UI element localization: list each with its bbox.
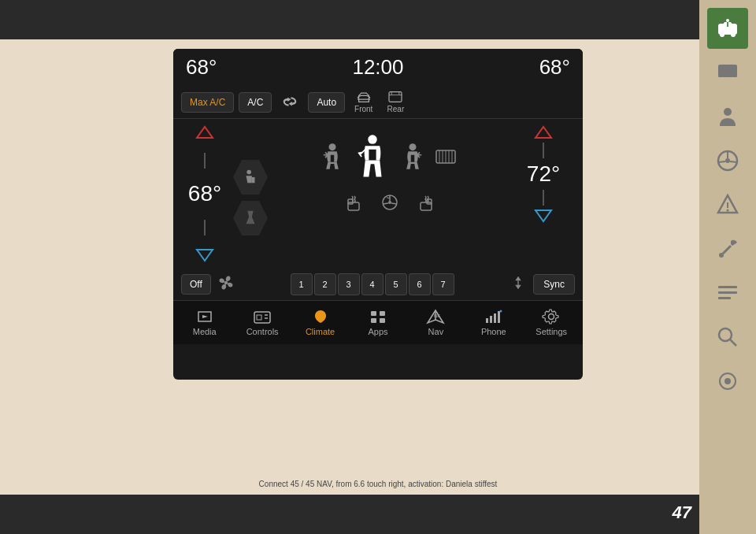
nav-apps[interactable]: Apps <box>350 306 406 339</box>
svg-rect-24 <box>389 92 402 102</box>
bottom-nav: Media Controls Climate <box>173 300 583 344</box>
fan-off-button[interactable]: Off <box>181 274 211 295</box>
svg-rect-58 <box>486 318 488 323</box>
svg-point-30 <box>368 135 377 144</box>
svg-line-43 <box>383 203 388 204</box>
nav-navigation[interactable]: NE Nav <box>408 306 464 339</box>
fan-speed-3[interactable]: 3 <box>338 273 360 295</box>
svg-line-11 <box>730 161 737 162</box>
nav-phone[interactable]: Phone <box>465 306 521 339</box>
main-person-icon <box>353 133 392 184</box>
rear-label: Rear <box>387 105 405 113</box>
svg-line-10 <box>718 161 725 162</box>
sidebar-icon-person[interactable] <box>707 96 748 137</box>
left-temp-down-button[interactable] <box>195 248 214 262</box>
climate-center <box>272 125 507 262</box>
sidebar-icon-list[interactable] <box>707 273 748 313</box>
nav-climate-label: Climate <box>306 327 335 336</box>
right-temp-line-top <box>543 143 544 158</box>
sidebar-icon-tools[interactable] <box>707 361 748 402</box>
right-temp-up-button[interactable] <box>534 125 553 139</box>
nav-media[interactable]: Media <box>176 306 232 339</box>
svg-rect-59 <box>490 316 492 323</box>
sidebar-icon-search[interactable] <box>707 317 748 358</box>
sync-button[interactable]: Sync <box>533 274 575 295</box>
airflow-display <box>321 133 458 184</box>
top-bar <box>0 0 756 39</box>
svg-point-3 <box>726 19 729 22</box>
heated-steering-icon[interactable] <box>380 193 399 215</box>
nav-apps-label: Apps <box>368 327 387 336</box>
left-temp-up-button[interactable] <box>195 125 214 139</box>
nav-controls-label: Controls <box>246 327 279 336</box>
left-temp-display: 68° <box>186 55 217 80</box>
auto-button[interactable]: Auto <box>308 92 345 113</box>
hex-seat-btn-2[interactable] <box>233 201 268 235</box>
hex-seat-btn-1[interactable] <box>233 160 268 195</box>
max-ac-button[interactable]: Max A/C <box>181 92 234 113</box>
sidebar-icon-message[interactable] <box>707 52 748 93</box>
nav-controls[interactable]: Controls <box>234 306 290 339</box>
nav-media-label: Media <box>193 327 217 336</box>
rear-vent-icon <box>433 144 458 172</box>
right-temp-display: 68° <box>539 55 570 80</box>
svg-point-6 <box>724 108 732 116</box>
controls-row: Max A/C A/C Auto Front <box>173 86 583 119</box>
sidebar-icon-steering[interactable] <box>707 140 748 181</box>
heated-seat-left-icon[interactable] <box>346 193 365 215</box>
fan-speed-row: Off 1 2 3 4 5 6 7 <box>173 269 583 300</box>
svg-rect-18 <box>718 297 731 299</box>
rear-button[interactable]: Rear <box>382 89 409 115</box>
svg-point-22 <box>724 378 731 384</box>
page-number: 47 <box>673 502 691 523</box>
svg-point-2 <box>731 32 736 37</box>
svg-rect-56 <box>380 318 385 323</box>
svg-rect-17 <box>718 291 737 294</box>
left-temp-line-bottom <box>204 220 206 235</box>
fan-speed-2[interactable]: 2 <box>314 273 336 295</box>
svg-point-15 <box>719 253 724 258</box>
infotainment-screen: 68° 12:00 68° Max A/C A/C Auto Front <box>173 49 583 380</box>
sidebar-icon-warning[interactable] <box>707 184 748 225</box>
nav-climate[interactable]: Climate <box>292 306 348 339</box>
front-button[interactable]: Front <box>350 89 377 115</box>
caption-text: Connect 45 / 45 NAV, from 6.6 touch righ… <box>259 480 498 488</box>
right-temp-down-button[interactable] <box>534 209 553 223</box>
right-zone-temp: 72° <box>527 161 560 187</box>
svg-line-20 <box>730 339 736 346</box>
ac-button[interactable]: A/C <box>239 92 272 113</box>
fan-speed-buttons: 1 2 3 4 5 6 7 <box>241 273 504 295</box>
svg-rect-54 <box>380 311 385 316</box>
right-seat-icon <box>402 143 424 174</box>
sidebar-icon-car-info[interactable] <box>707 8 748 49</box>
svg-rect-55 <box>371 318 376 323</box>
right-temp-line-bottom <box>543 190 544 206</box>
nav-settings-label: Settings <box>536 327 567 336</box>
fan-speed-1[interactable]: 1 <box>291 273 313 295</box>
fan-speed-5[interactable]: 5 <box>385 273 407 295</box>
time-display: 12:00 <box>352 55 403 80</box>
svg-point-1 <box>720 32 724 37</box>
svg-point-41 <box>388 201 391 204</box>
svg-point-31 <box>410 143 417 150</box>
svg-rect-60 <box>494 313 496 323</box>
left-seat-icon <box>321 143 343 174</box>
screen-header: 68° 12:00 68° <box>173 49 583 86</box>
svg-rect-16 <box>718 286 737 288</box>
left-temp-line-top <box>204 153 206 169</box>
fan-speed-6[interactable]: 6 <box>409 273 431 295</box>
front-label: Front <box>354 105 372 113</box>
recirc-button[interactable] <box>276 94 303 111</box>
fan-speed-7[interactable]: 7 <box>432 273 454 295</box>
fan-icon-left <box>217 274 235 295</box>
heat-icons-row <box>346 193 434 215</box>
svg-point-8 <box>725 158 730 163</box>
svg-point-29 <box>329 143 336 150</box>
svg-point-19 <box>719 328 732 341</box>
hex-seat-left <box>233 125 268 262</box>
fan-speed-4[interactable]: 4 <box>361 273 384 295</box>
heated-seat-right-icon[interactable] <box>415 193 434 215</box>
fan-direction-icon <box>510 274 527 295</box>
nav-settings[interactable]: Settings <box>524 306 580 339</box>
sidebar-icon-wrench[interactable] <box>707 228 748 269</box>
